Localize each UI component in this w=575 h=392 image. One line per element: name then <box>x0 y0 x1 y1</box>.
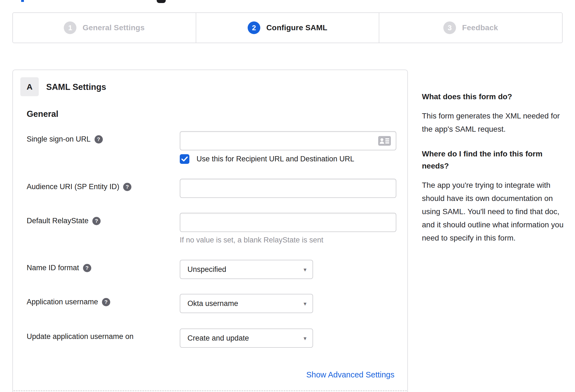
recipient-url-checkbox-label: Use this for Recipient URL and Destinati… <box>197 155 354 163</box>
audience-uri-input[interactable] <box>180 179 396 198</box>
help-icon[interactable]: ? <box>95 135 103 143</box>
row-single-sign-on-url: Single sign-on URL ? <box>13 131 407 150</box>
page-header-remnant-dark <box>157 0 166 3</box>
default-relaystate-input[interactable] <box>180 213 396 232</box>
help-sidebar: What does this form do? This form genera… <box>422 91 564 257</box>
step-feedback[interactable]: 3 Feedback <box>379 13 562 43</box>
row-default-relaystate: Default RelayState ? If no value is set,… <box>13 213 407 249</box>
chevron-down-icon: ▾ <box>303 266 306 273</box>
audience-uri-input-wrap <box>180 179 396 198</box>
name-id-format-label: Name ID format ? <box>27 264 91 272</box>
help-icon[interactable]: ? <box>102 298 110 306</box>
row-update-application-username: Update application username on Create an… <box>13 328 407 348</box>
step-configure-saml[interactable]: 2 Configure SAML <box>196 13 380 43</box>
step-number-badge: 3 <box>443 21 456 34</box>
relaystate-hint-text: If no value is set, a blank RelayState i… <box>180 236 323 244</box>
step-label: Feedback <box>462 23 498 32</box>
row-audience-uri: Audience URI (SP Entity ID) ? <box>13 179 407 198</box>
default-relaystate-input-wrap <box>180 213 396 232</box>
sidebar-question-2: Where do I find the info this form needs… <box>422 148 564 172</box>
step-number-badge: 1 <box>64 21 76 34</box>
step-number-badge: 2 <box>248 21 260 34</box>
single-sign-on-url-input-wrap <box>180 131 396 150</box>
application-username-select[interactable]: Okta username ▾ <box>180 294 313 313</box>
step-general-settings[interactable]: 1 General Settings <box>13 13 196 43</box>
saml-settings-panel: A SAML Settings General Single sign-on U… <box>12 70 408 392</box>
help-icon[interactable]: ? <box>123 183 131 191</box>
application-username-label: Application username ? <box>27 298 110 306</box>
sidebar-question-1: What does this form do? <box>422 91 564 103</box>
single-sign-on-url-input[interactable] <box>180 131 396 150</box>
sidebar-answer-2: The app you're trying to integrate with … <box>422 179 564 245</box>
step-label: Configure SAML <box>266 23 327 32</box>
section-title: SAML Settings <box>46 82 106 92</box>
single-sign-on-url-label: Single sign-on URL ? <box>27 135 103 143</box>
sidebar-answer-1: This form generates the XML needed for t… <box>422 109 564 136</box>
section-divider <box>13 390 407 391</box>
step-label: General Settings <box>82 23 145 32</box>
recipient-url-checkbox[interactable] <box>180 154 189 164</box>
checkmark-icon <box>181 156 188 162</box>
update-application-username-label: Update application username on <box>27 332 134 341</box>
default-relaystate-label: Default RelayState ? <box>27 217 101 225</box>
help-icon[interactable]: ? <box>83 264 91 272</box>
row-application-username: Application username ? Okta username ▾ <box>13 294 407 313</box>
name-id-format-select[interactable]: Unspecified ▾ <box>180 260 313 279</box>
contact-card-icon[interactable] <box>378 136 391 147</box>
chevron-down-icon: ▾ <box>303 300 306 307</box>
group-title-general: General <box>27 109 58 119</box>
show-advanced-settings-link[interactable]: Show Advanced Settings <box>306 370 394 379</box>
recipient-url-checkbox-row: Use this for Recipient URL and Destinati… <box>180 154 354 164</box>
section-a-badge: A <box>20 77 39 96</box>
help-icon[interactable]: ? <box>92 217 101 225</box>
row-name-id-format: Name ID format ? Unspecified ▾ <box>13 260 407 279</box>
chevron-down-icon: ▾ <box>303 335 306 342</box>
update-application-username-select[interactable]: Create and update ▾ <box>180 328 313 348</box>
audience-uri-label: Audience URI (SP Entity ID) ? <box>27 183 131 191</box>
wizard-stepper: 1 General Settings 2 Configure SAML 3 Fe… <box>12 12 563 43</box>
page-header-remnant-blue <box>21 0 24 2</box>
